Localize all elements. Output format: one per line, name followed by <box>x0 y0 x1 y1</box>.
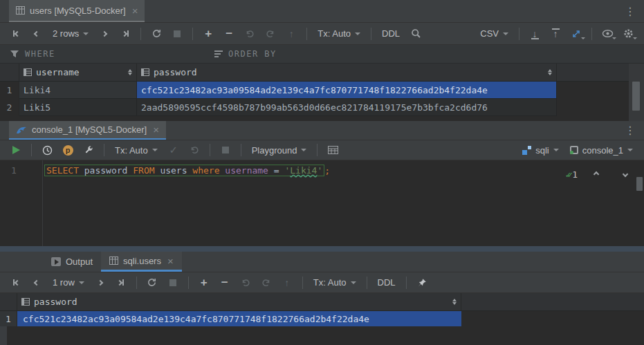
rollback-icon[interactable] <box>258 274 275 291</box>
previous-page-button[interactable] <box>28 274 45 291</box>
column-name: username <box>36 67 80 77</box>
column-header-password[interactable]: password <box>137 64 557 81</box>
stop-icon[interactable] <box>217 142 234 158</box>
parameters-icon[interactable]: p <box>59 142 76 158</box>
reload-page-icon[interactable] <box>148 26 165 42</box>
add-row-button[interactable]: + <box>196 274 212 291</box>
next-page-button[interactable] <box>96 26 113 42</box>
search-icon[interactable] <box>407 26 424 42</box>
console-toolbar: p Tx: Auto ✓ Playground sqli console_1 <box>0 140 644 160</box>
sort-arrows-icon[interactable] <box>452 297 457 307</box>
session-dropdown[interactable]: console_1 <box>566 145 637 156</box>
cell-password-selected[interactable]: cfc521c23482ac93a09584ad2e139c4a7fc87077… <box>137 82 557 99</box>
stop-icon[interactable] <box>165 274 181 291</box>
tx-mode-dropdown[interactable]: Tx: Auto <box>313 28 365 39</box>
editor-tab-bar: users [MySQL5-Docker] × ⋮ <box>0 0 644 23</box>
output-layout-icon[interactable] <box>324 142 341 158</box>
sql-semicolon: ; <box>324 165 330 176</box>
kebab-menu-icon[interactable]: ⋮ <box>625 5 636 18</box>
column-header-username[interactable]: username <box>19 64 137 81</box>
column-icon <box>141 68 149 76</box>
tab-users-table[interactable]: users [MySQL5-Docker] × <box>9 0 145 22</box>
panel-splitter[interactable] <box>0 246 644 252</box>
column-name: password <box>34 297 77 307</box>
pin-tab-icon[interactable] <box>414 274 430 291</box>
playground-dropdown[interactable]: Playground <box>248 145 311 156</box>
statement-result-controls: ✓✓ 1 <box>566 166 636 183</box>
scrollbar-thumb[interactable] <box>632 82 640 111</box>
schema-label: sqli <box>535 145 549 156</box>
gutter-strip <box>0 326 7 345</box>
export-data-icon[interactable]: ↓ <box>526 26 543 42</box>
sql-token: username <box>225 165 273 176</box>
vertical-scrollbar[interactable] <box>629 64 644 121</box>
close-icon[interactable]: × <box>132 6 138 16</box>
sort-arrows-icon[interactable] <box>128 67 132 77</box>
order-by-label: ORDER BY <box>228 49 277 59</box>
next-page-button[interactable] <box>92 274 109 291</box>
previous-page-button[interactable] <box>28 26 45 42</box>
delete-row-button[interactable]: − <box>217 274 233 291</box>
chevron-down-icon <box>79 281 84 287</box>
rollback-icon[interactable] <box>262 26 279 42</box>
close-icon[interactable]: × <box>153 124 159 135</box>
ddl-button[interactable]: DDL <box>378 28 404 39</box>
revert-icon[interactable] <box>241 26 258 42</box>
run-query-button[interactable] <box>8 142 24 158</box>
sql-editor[interactable]: 1 SELECT password FROM users where usern… <box>0 160 644 246</box>
add-row-button[interactable]: + <box>200 26 217 42</box>
page-size-dropdown[interactable]: 2 rows <box>48 28 93 39</box>
tab-console[interactable]: console_1 [MySQL5-Docker] × <box>9 121 166 140</box>
last-page-button[interactable] <box>117 26 134 42</box>
reload-page-icon[interactable] <box>144 274 160 291</box>
table-icon <box>16 6 25 15</box>
schema-dropdown[interactable]: sqli <box>518 145 563 156</box>
first-page-button[interactable] <box>8 274 24 291</box>
tx-mode-dropdown[interactable]: Tx: Auto <box>309 277 360 288</box>
next-result-icon[interactable] <box>617 166 634 183</box>
cell-password-selected[interactable]: cfc521c23482ac93a09584ad2e139c4a7fc87077… <box>17 311 461 326</box>
cell-username[interactable]: Liki4 <box>19 82 137 99</box>
commit-check-icon[interactable]: ✓ <box>165 142 182 158</box>
kebab-menu-icon[interactable]: ⋮ <box>625 124 636 137</box>
revert-icon[interactable] <box>237 274 254 291</box>
cell-username[interactable]: Liki5 <box>19 99 137 116</box>
order-by-filter[interactable]: ORDER BY <box>214 49 277 59</box>
column-header-password[interactable]: password <box>17 293 461 310</box>
submit-icon[interactable]: ↑ <box>279 274 295 291</box>
export-format-dropdown[interactable]: CSV <box>476 28 513 39</box>
sql-token: where <box>192 165 225 176</box>
users-grid: username password 1 Liki4 cfc521c23482ac… <box>0 64 644 121</box>
import-data-icon[interactable]: ↑ <box>547 26 564 42</box>
cell-password[interactable]: 2aad5890595ccf4598b787b99ab563d0d66ec821… <box>137 99 557 116</box>
sql-code-line[interactable]: SELECT password FROM users where usernam… <box>43 160 330 246</box>
wrench-icon[interactable] <box>80 142 97 158</box>
history-clock-icon[interactable] <box>39 142 55 158</box>
tab-result-sqli-users[interactable]: sqli.users × <box>101 252 182 272</box>
chevron-down-icon <box>351 281 356 287</box>
tab-output[interactable]: Output <box>43 252 101 272</box>
chevron-down-icon <box>152 149 158 154</box>
close-icon[interactable]: × <box>167 256 174 266</box>
submit-icon[interactable]: ↑ <box>283 26 300 42</box>
sql-token: Liki4 <box>290 165 317 176</box>
settings-gear-icon[interactable] <box>620 26 636 42</box>
header-gutter <box>0 293 17 310</box>
sort-arrows-icon[interactable] <box>548 67 552 77</box>
first-page-button[interactable] <box>8 26 24 42</box>
page-size-dropdown[interactable]: 1 row <box>48 277 89 288</box>
rollback-icon[interactable] <box>186 142 203 158</box>
session-label: console_1 <box>582 145 623 156</box>
scrollbar-thumb[interactable] <box>636 177 643 191</box>
view-options-eye-icon[interactable] <box>599 26 616 42</box>
tx-mode-dropdown[interactable]: Tx: Auto <box>111 145 162 156</box>
delete-row-button[interactable]: − <box>221 26 237 42</box>
previous-result-icon[interactable] <box>588 166 605 183</box>
stop-icon[interactable] <box>169 26 185 42</box>
where-filter[interactable]: WHERE <box>10 49 55 59</box>
ddl-button[interactable]: DDL <box>374 277 400 288</box>
mysql-dolphin-icon <box>16 126 27 134</box>
schema-icon <box>522 146 531 155</box>
transpose-icon[interactable] <box>568 26 585 42</box>
last-page-button[interactable] <box>113 274 129 291</box>
